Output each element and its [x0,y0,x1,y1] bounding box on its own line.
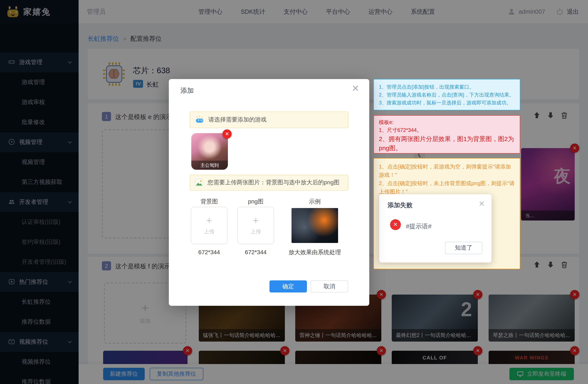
button-label: 确定 [282,283,294,290]
button-label: 取消 [324,283,335,290]
modal-title: 添加 [180,86,194,95]
selected-game-tile[interactable]: 主公驾到 ✕ [191,133,228,170]
acknowledge-button[interactable]: 知道了 [445,242,482,254]
error-message: #提示语# [406,221,431,231]
note-line: 2、点击[确定]按钮时，未上传背景图或png图，则提示“请上传图片！” [379,179,515,196]
note-template-spec: 模板e: 1、尺寸672*344。 2、拥有两张图片分层效果，图1为背景图，图2… [373,115,520,153]
close-x-icon: ✕ [225,131,229,137]
select-game-notice: 请选择需要添加的游戏 [190,111,348,128]
note-line: 2、拥有两张图片分层效果，图1为背景图，图2为png图。 [379,134,515,153]
close-icon[interactable]: ✕ [479,198,485,210]
close-x-icon: ✕ [393,220,398,229]
note-line: 1、管理员点击[添加]按钮，出现搜索窗口。 [379,83,515,91]
upload-text: 上传 [204,228,215,235]
note-line: 模板e: [379,119,515,127]
cancel-button[interactable]: 取消 [311,280,348,293]
bg-size-caption: 672*344 [191,249,228,256]
button-label: 知道了 [455,243,472,252]
app-root: 家嬉兔 游戏管理 游戏管理 游戏审核 批量修改 视频管理 视频管理 第三方视频获… [0,0,588,384]
confirm-button[interactable]: 确定 [270,280,307,293]
png-upload-box[interactable]: + 上传 [237,207,274,244]
note-add-flow: 1、管理员点击[添加]按钮，出现搜索窗口。 2、管理员输入游戏名称后，点击[查询… [373,79,520,110]
example-label: 示例 [292,198,338,206]
note-line: 1、尺寸672*344。 [379,127,515,134]
example-caption: 放大效果由系统处理 [288,249,341,256]
note-line: 2、管理员输入游戏名称后，点击[查询]，下方出现查询结果。 [379,91,515,99]
upload-text: 上传 [250,228,261,235]
upload-notice: 您需要上传两张图片：背景图与选中放大后的png图 [190,175,348,191]
bg-upload-box[interactable]: + 上传 [191,207,228,244]
plus-icon: + [253,215,259,226]
add-failed-dialog: 添加失败 ✕ ✕ #提示语# 知道了 [379,194,492,262]
png-image-label: png图 [237,198,274,206]
error-circle-icon: ✕ [390,219,401,230]
bg-image-label: 背景图 [191,198,228,206]
example-image [292,208,338,243]
png-size-caption: 672*344 [237,249,274,256]
gamepad-notice-icon [195,116,204,124]
note-validation-rules: 1、点击[确定]按钮时，若游戏为空，则弹窗提示“请添加游戏！” 2、点击[确定]… [373,158,520,269]
plus-icon: + [206,215,212,226]
notice-text: 请选择需要添加的游戏 [208,116,267,124]
notice-text: 您需要上传两张图片：背景图与选中放大后的png图 [208,179,339,186]
dialog-title: 添加失败 [388,200,413,210]
image-notice-icon [195,178,203,187]
game-tile-label: 主公驾到 [191,161,228,170]
note-line: 3、搜索游戏成功时，鼠标一旦选择后，游戏即可添加成功。 [379,99,515,107]
add-game-modal: 添加 ✕ 请选择需要添加的游戏 主公驾到 ✕ [169,79,369,306]
remove-game-button[interactable]: ✕ [222,129,232,139]
close-icon[interactable]: ✕ [352,83,359,94]
note-line: 1、点击[确定]按钮时，若游戏为空，则弹窗提示“请添加游戏！” [379,163,515,179]
